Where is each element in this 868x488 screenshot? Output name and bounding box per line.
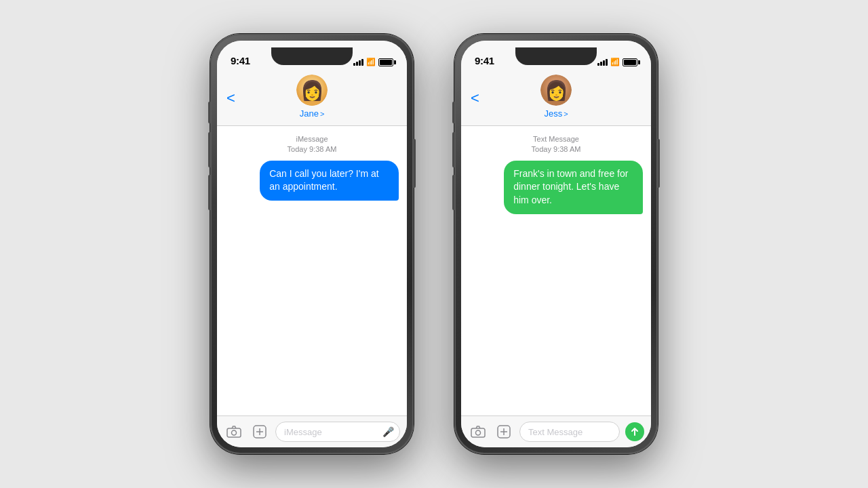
appstore-button-2[interactable]: [494, 422, 514, 442]
svg-rect-0: [227, 428, 241, 437]
svg-point-1: [232, 430, 237, 435]
wifi-icon-2: 📶: [610, 58, 620, 66]
contact-name-1[interactable]: Jane >: [300, 108, 325, 119]
status-time-1: 9:41: [231, 55, 250, 66]
status-icons-2: 📶: [597, 58, 637, 66]
contact-chevron-2: >: [564, 110, 568, 118]
jane-avatar: [296, 75, 328, 106]
input-bar-2: Text Message: [461, 415, 651, 447]
input-field-2[interactable]: Text Message: [519, 422, 620, 442]
signal-icon-2: [597, 58, 608, 66]
volume-silent-button: [208, 102, 210, 123]
svg-point-4: [476, 430, 481, 435]
battery-icon-2: [623, 58, 637, 66]
svg-rect-3: [471, 428, 485, 437]
chat-header-2: < Jess >: [461, 70, 651, 126]
phone-2: 9:41 📶 <: [454, 34, 658, 454]
volume-up-button: [208, 132, 210, 167]
signal-icon-1: [353, 58, 363, 66]
notch-2: [515, 47, 597, 65]
input-placeholder-1: iMessage: [284, 427, 322, 437]
phone-1: 9:41 📶 <: [210, 34, 414, 454]
status-time-2: 9:41: [475, 55, 494, 66]
phone-screen-2: 9:41 📶 <: [461, 41, 651, 447]
input-field-1[interactable]: iMessage 🎤: [275, 422, 400, 442]
camera-button-2[interactable]: [468, 422, 488, 442]
messages-area-2: Text Message Today 9:38 AM Frank's in to…: [461, 126, 651, 415]
volume-down-button: [208, 175, 210, 210]
volume-down-button-2: [452, 175, 454, 210]
notch-1: [271, 47, 353, 65]
message-timestamp-1: iMessage Today 9:38 AM: [225, 134, 399, 155]
input-bar-1: iMessage 🎤: [217, 415, 407, 447]
wifi-icon-1: 📶: [366, 58, 376, 66]
back-button-1[interactable]: <: [226, 91, 235, 106]
power-button-2: [658, 139, 660, 188]
appstore-button-1[interactable]: [250, 422, 270, 442]
jess-avatar: [540, 75, 572, 106]
chat-header-1: < Jane >: [217, 70, 407, 126]
back-button-2[interactable]: <: [471, 91, 479, 106]
contact-chevron-1: >: [320, 110, 324, 118]
battery-icon-1: [378, 58, 393, 66]
input-placeholder-2: Text Message: [528, 427, 583, 437]
phone-shell-1: 9:41 📶 <: [210, 34, 414, 454]
power-button: [414, 139, 416, 188]
mic-icon-1: 🎤: [382, 426, 394, 437]
message-bubble-2: Frank's in town and free for dinner toni…: [504, 161, 643, 214]
contact-name-2[interactable]: Jess >: [544, 108, 568, 119]
message-bubble-1: Can I call you later? I'm at an appointm…: [260, 161, 399, 201]
phone-shell-2: 9:41 📶 <: [454, 34, 658, 454]
volume-up-button-2: [452, 132, 454, 167]
status-icons-1: 📶: [353, 58, 393, 66]
contact-avatar-1[interactable]: [296, 75, 328, 106]
messages-area-1: iMessage Today 9:38 AM Can I call you la…: [217, 126, 407, 415]
contact-avatar-2[interactable]: [540, 75, 572, 106]
phone-screen-1: 9:41 📶 <: [217, 41, 407, 447]
volume-silent-button-2: [452, 102, 454, 123]
message-timestamp-2: Text Message Today 9:38 AM: [469, 134, 643, 155]
send-button-2[interactable]: [625, 422, 644, 441]
camera-button-1[interactable]: [224, 422, 244, 442]
